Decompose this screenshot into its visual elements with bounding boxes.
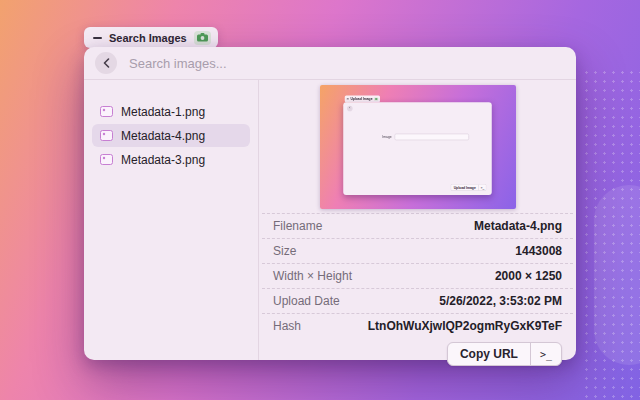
metadata-value: Metadata-4.png xyxy=(474,219,562,233)
metadata-value: 1443008 xyxy=(515,244,562,258)
preview-upload-button: Upload Image >_ xyxy=(450,184,486,191)
preview-upload-tab: Upload Image xyxy=(344,96,379,103)
preview-screenshot-content: Upload Image ‹ Image Upload Ima xyxy=(320,85,516,209)
camera-icon xyxy=(194,31,211,45)
search-bar xyxy=(84,47,576,80)
minimize-icon[interactable] xyxy=(93,37,102,39)
metadata-label: Hash xyxy=(273,319,301,333)
preview-image-form: Image xyxy=(382,134,469,140)
file-list-pane: Metadata-1.png Metadata-4.png Metadata-3… xyxy=(84,80,259,360)
metadata-table: Filename Metadata-4.png Size 1443008 Wid… xyxy=(259,213,576,338)
metadata-value: 2000 × 1250 xyxy=(495,269,562,283)
image-file-icon xyxy=(100,130,113,141)
copy-url-button-group: Copy URL >_ xyxy=(447,342,562,366)
metadata-label: Width × Height xyxy=(273,269,352,283)
table-row-filename: Filename Metadata-4.png xyxy=(262,213,573,238)
file-name: Metadata-3.png xyxy=(121,153,205,167)
launcher-tab-label: Search Images xyxy=(109,32,187,44)
table-row-size: Size 1443008 xyxy=(262,238,573,263)
preview-area: Upload Image ‹ Image Upload Ima xyxy=(259,80,576,213)
list-item-metadata-1[interactable]: Metadata-1.png xyxy=(92,100,250,123)
preview-upload-button-label: Upload Image xyxy=(451,184,478,190)
metadata-label: Upload Date xyxy=(273,294,340,308)
metadata-value: LtnOhWuXjwIQP2ogmRyGxK9TeF xyxy=(368,319,562,333)
list-item-metadata-4[interactable]: Metadata-4.png xyxy=(92,124,250,147)
preview-image-input xyxy=(394,134,468,140)
image-file-icon xyxy=(100,154,113,165)
search-input[interactable] xyxy=(127,55,565,72)
file-name: Metadata-4.png xyxy=(121,129,205,143)
metadata-value: 5/26/2022, 3:53:02 PM xyxy=(439,294,562,308)
detail-pane: Upload Image ‹ Image Upload Ima xyxy=(259,80,576,360)
table-row-hash: Hash LtnOhWuXjwIQP2ogmRyGxK9TeF xyxy=(262,313,573,338)
terminal-icon[interactable]: >_ xyxy=(531,343,561,365)
back-button[interactable] xyxy=(95,52,117,74)
preview-image-label: Image xyxy=(382,135,391,139)
image-file-icon xyxy=(100,106,113,117)
preview-minimize-icon xyxy=(346,99,348,100)
preview-tab-label: Upload Image xyxy=(350,97,372,101)
preview-back-button: ‹ xyxy=(347,106,353,112)
launcher-tab-search-images[interactable]: Search Images xyxy=(84,27,218,48)
list-item-metadata-3[interactable]: Metadata-3.png xyxy=(92,148,250,171)
action-footer: Copy URL >_ xyxy=(259,338,576,366)
preview-camera-icon xyxy=(374,97,378,100)
metadata-label: Size xyxy=(273,244,296,258)
preview-terminal-icon: >_ xyxy=(478,185,486,191)
background-blob-decoration xyxy=(594,185,640,365)
search-images-window: Metadata-1.png Metadata-4.png Metadata-3… xyxy=(84,47,576,360)
preview-upload-window: ‹ Image Upload Image >_ xyxy=(343,102,492,195)
copy-url-button[interactable]: Copy URL xyxy=(448,343,530,365)
file-name: Metadata-1.png xyxy=(121,105,205,119)
image-preview-thumbnail: Upload Image ‹ Image Upload Ima xyxy=(320,85,516,209)
table-row-dimensions: Width × Height 2000 × 1250 xyxy=(262,263,573,288)
desktop-background: Search Images xyxy=(0,0,640,400)
chevron-left-icon xyxy=(103,58,110,68)
metadata-label: Filename xyxy=(273,219,322,233)
table-row-upload-date: Upload Date 5/26/2022, 3:53:02 PM xyxy=(262,288,573,313)
window-body: Metadata-1.png Metadata-4.png Metadata-3… xyxy=(84,80,576,360)
